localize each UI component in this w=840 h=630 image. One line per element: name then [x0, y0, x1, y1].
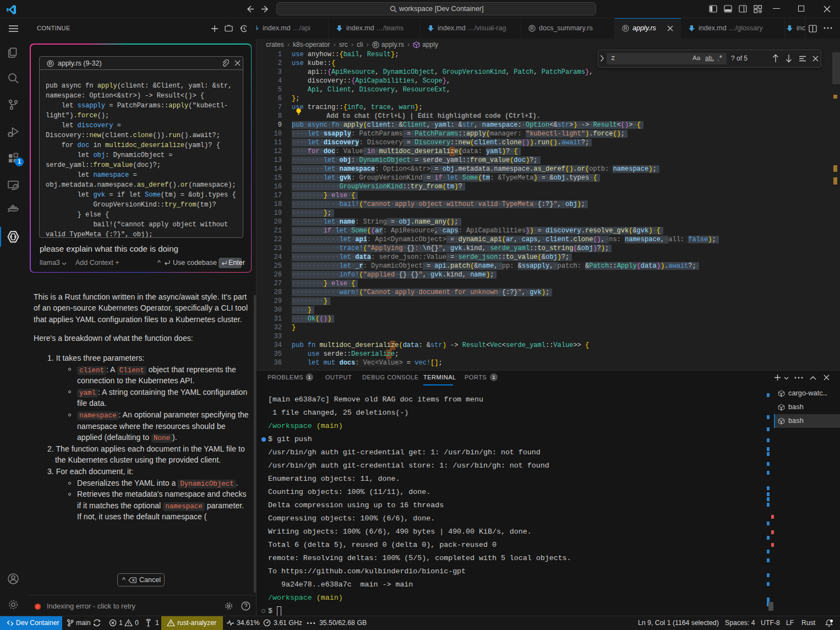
- svg-text:$: $: [781, 421, 782, 424]
- svg-text:$: $: [781, 407, 782, 410]
- svg-text:$: $: [781, 393, 782, 397]
